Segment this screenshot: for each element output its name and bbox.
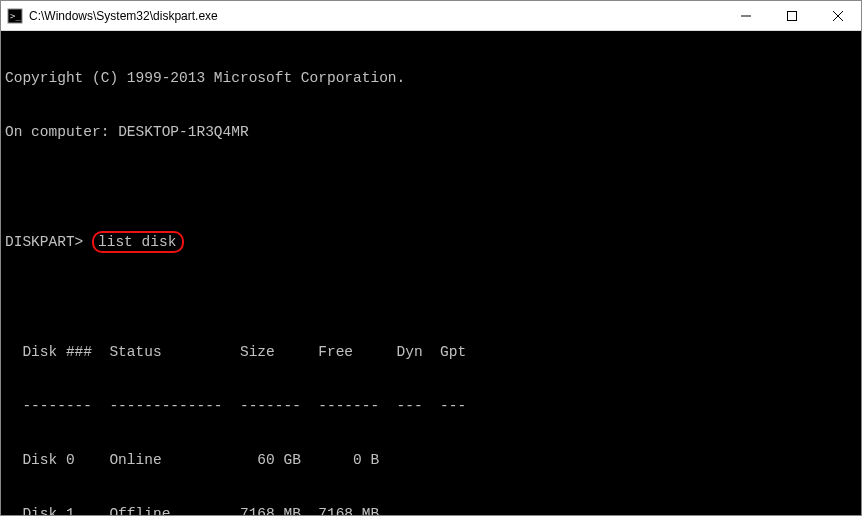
maximize-button[interactable] (769, 1, 815, 30)
svg-rect-3 (788, 11, 797, 20)
terminal-output[interactable]: Copyright (C) 1999-2013 Microsoft Corpor… (1, 31, 861, 515)
prompt-line: DISKPART> list disk (5, 231, 857, 253)
disk-table-header: Disk ### Status Size Free Dyn Gpt (5, 343, 857, 361)
computer-line: On computer: DESKTOP-1R3Q4MR (5, 123, 857, 141)
app-window: >_ C:\Windows\System32\diskpart.exe Copy… (0, 0, 862, 516)
app-icon: >_ (7, 8, 23, 24)
copyright-line: Copyright (C) 1999-2013 Microsoft Corpor… (5, 69, 857, 87)
diskpart-prompt: DISKPART> (5, 234, 92, 250)
title-bar[interactable]: >_ C:\Windows\System32\diskpart.exe (1, 1, 861, 31)
svg-text:>_: >_ (10, 11, 21, 21)
command-highlight: list disk (92, 231, 184, 253)
title-bar-left: >_ C:\Windows\System32\diskpart.exe (1, 8, 218, 24)
table-row: Disk 1 Offline 7168 MB 7168 MB (5, 505, 857, 515)
table-row: Disk 0 Online 60 GB 0 B (5, 451, 857, 469)
window-controls (723, 1, 861, 30)
disk-table-divider: -------- ------------- ------- ------- -… (5, 397, 857, 415)
on-computer-label: On computer: (5, 124, 118, 140)
close-button[interactable] (815, 1, 861, 30)
computer-name: DESKTOP-1R3Q4MR (118, 124, 249, 140)
window-title: C:\Windows\System32\diskpart.exe (29, 9, 218, 23)
minimize-button[interactable] (723, 1, 769, 30)
